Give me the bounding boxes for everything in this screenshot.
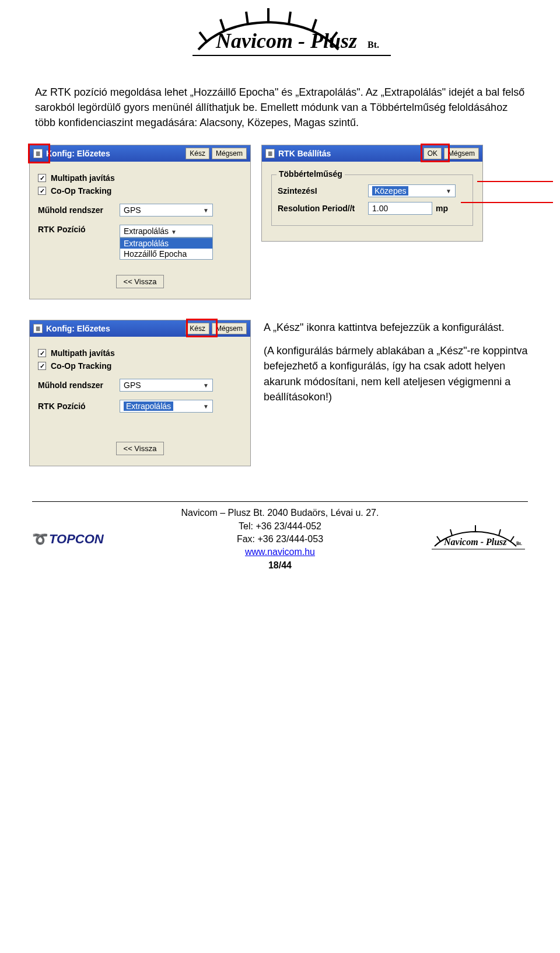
rtkpos-dropdown[interactable]: Extrapolálás ▼ [120, 225, 213, 238]
coop-label: Co-Op Tracking [51, 361, 111, 371]
dropdown-arrow-icon: ▼ [171, 229, 177, 235]
satsys-dropdown[interactable]: GPS ▼ [120, 379, 213, 392]
intro-paragraph: Az RTK pozíció megoldása lehet „Hozzáill… [35, 85, 525, 130]
rtk-settings-panel: ≣ RTK Beállítás OK Mégsem Többértelműség… [261, 145, 483, 242]
panel1-icon[interactable]: ≣ [33, 149, 43, 158]
svg-line-14 [510, 536, 514, 542]
cancel-button[interactable]: Mégsem [212, 323, 247, 334]
rtkpos-listbox[interactable]: Extrapolálás Hozzáillő Epocha [120, 238, 213, 260]
coop-label: Co-Op Tracking [51, 186, 111, 196]
footer-page: 18/44 [149, 559, 411, 572]
footer-line1: Navicom – Plusz Bt. 2040 Budaörs, Lévai … [149, 507, 411, 519]
panel1-title: Konfig: Előzetes [46, 149, 183, 158]
red-arrow-line-1 [477, 181, 553, 182]
groupbox-title: Többértelműség [276, 169, 345, 179]
cancel-button[interactable]: Mégsem [212, 148, 247, 159]
done-button[interactable]: Kész [186, 148, 209, 159]
ambiguity-groupbox: Többértelműség SzintezésI Közepes ▼ Reso… [271, 174, 473, 226]
multipath-checkbox[interactable]: ✓ [38, 349, 46, 357]
config-preliminary-panel: ≣ Konfig: Előzetes Kész Mégsem ✓ Multipa… [29, 145, 251, 299]
footer-right-logo: Navicom - Plusz Bt. [411, 522, 528, 557]
footer-line3: Fax: +36 23/444-053 [149, 533, 411, 546]
resperiod-unit: mp [436, 204, 448, 213]
svg-line-10 [437, 536, 440, 542]
panel2-title: RTK Beállítás [278, 149, 421, 158]
footer-left-logo: ➰ TOPCON [32, 532, 149, 547]
back-button[interactable]: << Vissza [116, 275, 164, 288]
resperiod-value: 1.00 [372, 204, 388, 213]
rtkpos-option-extrapol[interactable]: Extrapolálás [120, 238, 212, 249]
page-footer: ➰ TOPCON Navicom – Plusz Bt. 2040 Budaör… [32, 501, 528, 572]
dropdown-arrow-icon: ▼ [203, 207, 209, 214]
cancel-button[interactable]: Mégsem [444, 148, 479, 159]
panel3-title: Konfig: Előzetes [46, 324, 183, 333]
resperiod-label: Resolution Period//t [278, 204, 368, 213]
footer-center-text: Navicom – Plusz Bt. 2040 Budaörs, Lévai … [149, 507, 411, 572]
rtkpos-value: Extrapolálás [124, 402, 173, 411]
rtkpos-label: RTK Pozíció [38, 225, 120, 234]
side-p1: A „Kész" ikonra kattintva befejezzük a k… [264, 320, 531, 335]
back-button[interactable]: << Vissza [116, 442, 164, 455]
dropdown-arrow-icon: ▼ [446, 188, 452, 194]
svg-text:Navicom - Plusz: Navicom - Plusz [443, 537, 507, 547]
rtkpos-label: RTK Pozíció [38, 402, 120, 411]
panel3-titlebar: ≣ Konfig: Előzetes Kész Mégsem [30, 320, 250, 337]
panel1-titlebar: ≣ Konfig: Előzetes Kész Mégsem [30, 145, 250, 162]
rtkpos-dropdown[interactable]: Extrapolálás ▼ [120, 400, 213, 413]
rtkpos-option-epoch[interactable]: Hozzáillő Epocha [120, 249, 212, 259]
multipath-label: Multipath javítás [51, 173, 115, 183]
ok-button[interactable]: OK [424, 148, 442, 159]
satsys-value: GPS [124, 205, 141, 215]
multipath-checkbox[interactable]: ✓ [38, 174, 46, 182]
satsys-label: Műhold rendszer [38, 380, 120, 390]
topcon-logo-text: TOPCON [49, 532, 104, 546]
svg-line-11 [450, 529, 452, 536]
side-p2: (A konfigurálás bármely ablakában a „Kés… [264, 343, 531, 404]
resperiod-input[interactable]: 1.00 [368, 202, 432, 215]
side-instructions: A „Kész" ikonra kattintva befejezzük a k… [264, 320, 531, 412]
svg-line-2 [246, 12, 248, 25]
svg-text:Navicom - Plusz: Navicom - Plusz [215, 29, 357, 53]
multipath-label: Multipath javítás [51, 348, 115, 358]
level-value: Közepes [372, 186, 408, 196]
level-label: SzintezésI [278, 186, 368, 196]
footer-line2: Tel: +36 23/444-052 [149, 520, 411, 533]
panel2-icon[interactable]: ≣ [265, 149, 275, 158]
satsys-label: Műhold rendszer [38, 205, 120, 215]
svg-text:Bt.: Bt. [516, 541, 522, 546]
level-dropdown[interactable]: Közepes ▼ [368, 184, 456, 197]
config-preliminary-panel-2: ≣ Konfig: Előzetes Kész Mégsem ✓ Multipa… [29, 320, 251, 466]
satsys-dropdown[interactable]: GPS ▼ [120, 204, 213, 217]
svg-line-4 [289, 12, 290, 25]
svg-text:Bt.: Bt. [368, 40, 379, 50]
footer-link[interactable]: www.navicom.hu [245, 547, 315, 557]
panel2-titlebar: ≣ RTK Beállítás OK Mégsem [262, 145, 482, 162]
coop-checkbox[interactable]: ✓ [38, 362, 46, 370]
coop-checkbox[interactable]: ✓ [38, 187, 46, 195]
dropdown-arrow-icon: ▼ [203, 403, 209, 410]
header-logo: Navicom - Plusz Bt. [23, 0, 537, 67]
rtkpos-value: Extrapolálás [124, 226, 169, 236]
panel3-icon[interactable]: ≣ [33, 324, 43, 333]
done-button[interactable]: Kész [186, 323, 209, 334]
satsys-value: GPS [124, 380, 141, 390]
dropdown-arrow-icon: ▼ [203, 382, 209, 389]
svg-line-0 [200, 32, 207, 42]
svg-line-13 [499, 529, 501, 536]
topcon-swoosh-icon: ➰ [32, 532, 46, 546]
